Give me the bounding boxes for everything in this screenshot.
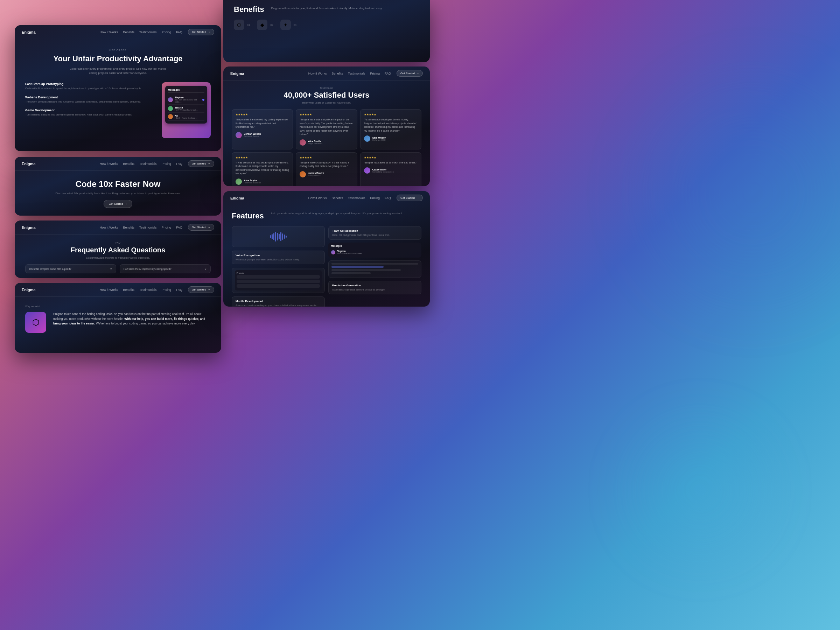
why-visual: ⬡ [25,312,46,333]
benefit-num-1: 02 [270,24,273,27]
card2-body: Code 10x Faster Now Discover what 10x pr… [15,171,221,216]
faq-item-1[interactable]: How does the AI improve my coding speed?… [120,264,211,273]
nav-cta-button-6[interactable]: Get Started → [396,194,423,201]
author-avatar-2 [364,136,370,142]
nav2-link-2[interactable]: Benefits [123,162,134,166]
feature-website-desc: Transform complex designs into functiona… [25,100,156,104]
testimonial-text-4: "Enigma makes coding a joy! It's like ha… [300,161,353,168]
nav-cta-button-4[interactable]: Get Started → [188,286,214,293]
mobile-item-1 [237,279,320,283]
features-header-row: Features Auto generate code, support for… [232,212,422,221]
predictive-preview [328,261,422,278]
mobile-screen: Projects [235,270,322,291]
nav-bar-6: Enigma How it Works Benefits Testimonial… [223,191,430,205]
message-item-0: Stephen You can still use our old code..… [168,95,204,105]
card-use-cases: Enigma How it Works Benefits Testimonial… [15,25,221,151]
nav-cta-button[interactable]: Get Started → [188,29,214,35]
nav-cta-button-2[interactable]: Get Started → [188,160,214,167]
wave-bar-7 [282,234,283,240]
author-1: Alex Smith Legal Solutions [300,139,353,145]
benefit-num-0: 01 [247,24,250,27]
author-avatar-3 [235,178,242,185]
why-paragraph: Enigma takes care of the boring coding t… [53,312,211,326]
author-0: Jordan Wilson Software Group [235,132,289,138]
benefit-star-icon: ✦ [280,20,291,30]
why-text: Enigma takes care of the boring coding t… [53,312,211,326]
nav2-link-4[interactable]: Pricing [162,162,172,166]
author-name-0: Jordan Wilson [244,133,261,135]
faq-question-0: Does this template come with support? [29,268,71,270]
nav2-link-5[interactable]: FAQ [176,162,182,166]
use-cases-tag: Use Cases [109,49,126,51]
code-faster-cta-button[interactable]: Get Started → [104,200,133,208]
author-role-2: Software CEO [373,139,387,141]
message-avatar-0 [168,97,173,102]
nav-link-benefits[interactable]: Benefits [123,30,134,34]
mm-msg-text: You can still use our old code... [337,253,363,254]
features-list: Fast Start-Up Prototyping Code with AI a… [25,82,156,117]
testimonial-5: ★★★★★ "Enigma has saved us so much time … [360,152,422,186]
why-tag: Why we exist [25,305,211,308]
author-name-3: Alex Taylor [244,179,261,182]
messages-header: Messages [168,88,204,93]
feature-game-desc: Turn detailed designs into playable game… [25,113,156,117]
benefits-desc: Enigma writes code for you, finds and fi… [271,6,419,11]
nav-link-testimonials[interactable]: Testimonials [139,30,157,34]
nav2-link-1[interactable]: How it Works [100,162,118,166]
pred-line-2 [332,272,371,274]
nav-link-how-it-works[interactable]: How it Works [100,30,118,34]
nav-link-pricing[interactable]: Pricing [162,30,172,34]
nav-cta-button-5[interactable]: Get Started → [396,70,423,77]
card-benefits: Benefits Enigma writes code for you, fin… [223,0,430,62]
testimonials-grid: ★★★★★ "Enigma has transformed my coding … [232,109,422,186]
nav-cta-button-3[interactable]: Get Started → [188,224,214,231]
nav-bar-5: Enigma How it Works Benefits Testimonial… [223,66,430,81]
feature-prototyping-desc: Code with AI as a team to speed through … [25,87,156,91]
faq-item-0[interactable]: Does this template come with support? ∨ [25,264,116,273]
faq-arrow-1: ∨ [204,267,207,270]
nav-logo-3: Enigma [22,226,36,230]
stars-1: ★★★★★ [300,113,353,116]
nav-logo-5: Enigma [230,71,244,76]
nav2-link-3[interactable]: Testimonials [139,162,157,166]
card7-body: Features Auto generate code, support for… [223,205,430,306]
author-role-3: Financial Backline [244,182,261,184]
author-role-1: Legal Solutions [308,142,322,145]
feature-voice: Voice Recognition Write code prompts wit… [232,251,325,264]
nav-bar-4: Enigma How it Works Benefits Testimonial… [15,283,221,297]
feature-team-desc: Write, edit and generate code with your … [332,234,418,237]
cube-icon: ⬡ [32,317,39,327]
author-2: Sam Wilson Software CEO [364,136,418,142]
features-content: Fast Start-Up Prototyping Code with AI a… [25,82,211,138]
nav-link-faq[interactable]: FAQ [176,30,182,34]
feature-voice-desc: Write code prompts with ease, perfect fo… [235,258,321,261]
wave-bar-0 [270,235,271,238]
feature-mobile-title: Mobile Development [235,300,321,303]
card-why-exist: Enigma How it Works Benefits Testimonial… [15,283,221,353]
testimonials-title: 40,000+ Satisfied Users [232,91,422,100]
author-5: Casey Miller Consulting Corporation [364,167,418,174]
feature-mobile: Mobile Development Access and continue c… [232,297,325,306]
message-avatar-2 [168,114,173,119]
features-left-col: Voice Recognition Write code prompts wit… [232,226,325,306]
testimonial-2: ★★★★★ "As a freelance developer, time is… [360,109,422,150]
feature-prototyping: Fast Start-Up Prototyping Code with AI a… [25,82,156,91]
wave-bar-2 [273,233,275,240]
wave-bar-3 [275,232,276,242]
author-avatar-4 [300,171,306,177]
code-faster-subtitle: Discover what 10x productivity feels lik… [55,192,181,195]
benefits-icons: ⬡ 01 ◆ 02 ✦ 03 [234,20,419,30]
card-code-faster: Enigma How it Works Benefits Testimonial… [15,157,221,216]
feature-predictive-desc: Automatically generate sections of code … [332,288,418,291]
wave-bar-6 [280,232,281,241]
pred-line-active [332,266,384,268]
messages-popup: Messages Stephen You can still use our o… [165,86,207,123]
nav-links-2: How it Works Benefits Testimonials Prici… [100,162,182,166]
benefit-icon-1: ◆ 02 [257,20,273,30]
pred-line-0 [332,263,418,265]
author-name-4: James Brown [308,172,324,174]
testimonial-text-5: "Enigma has saved us so much time and st… [364,161,418,165]
author-avatar-0 [235,132,242,138]
faq-subtitle: Straightforward answers to frequently as… [25,256,211,259]
features-right-col: Team Collaboration Write, edit and gener… [328,226,422,306]
